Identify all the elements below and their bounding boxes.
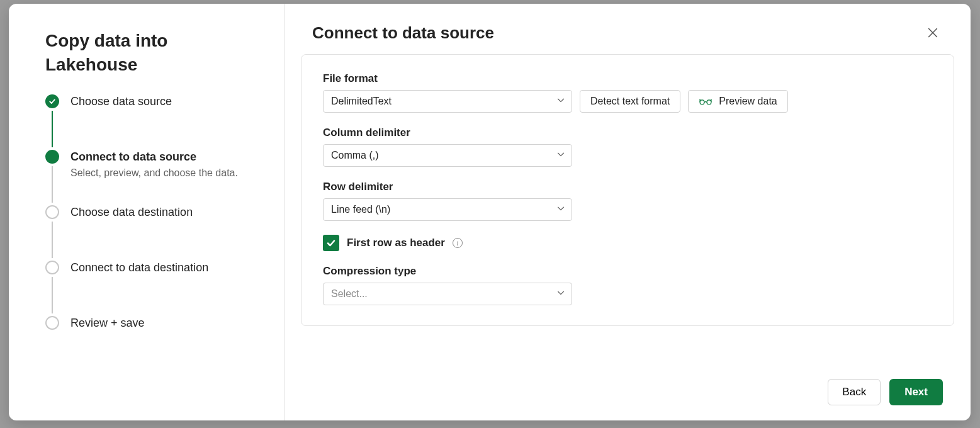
wizard-steps: Choose data source Connect to data sourc…: [45, 94, 259, 330]
first-row-header-label: First row as header: [347, 237, 445, 249]
wizard-main: Connect to data source File format Delim…: [284, 4, 971, 420]
detect-text-format-button[interactable]: Detect text format: [580, 90, 680, 113]
wizard-sidebar: Copy data into Lakehouse Choose data sou…: [9, 4, 284, 420]
step-label: Choose data source: [70, 94, 172, 108]
step-label: Review + save: [70, 316, 145, 330]
column-delimiter-label: Column delimiter: [323, 127, 932, 139]
step-sublabel: Select, preview, and choose the data.: [70, 167, 238, 179]
page-title: Connect to data source: [312, 23, 494, 43]
step-label: Connect to data source: [70, 150, 238, 164]
back-button[interactable]: Back: [828, 379, 881, 405]
step-bullet-upcoming-icon: [45, 261, 59, 274]
compression-type-label: Compression type: [323, 265, 932, 278]
wizard-title: Copy data into Lakehouse: [45, 29, 259, 77]
row-delimiter-select[interactable]: Line feed (\n): [323, 198, 572, 221]
row-delimiter-label: Row delimiter: [323, 181, 932, 193]
preview-data-button[interactable]: Preview data: [688, 90, 788, 113]
svg-point-0: [700, 100, 704, 104]
wizard-dialog: Copy data into Lakehouse Choose data sou…: [9, 4, 971, 420]
step-connector: [52, 166, 53, 203]
glasses-icon: [699, 96, 712, 106]
info-icon[interactable]: i: [453, 238, 463, 248]
step-choose-data-destination[interactable]: Choose data destination: [45, 205, 259, 261]
step-connector: [52, 222, 53, 258]
chevron-down-icon: [556, 96, 565, 107]
column-delimiter-select[interactable]: Comma (,): [323, 144, 572, 167]
file-format-select[interactable]: DelimitedText: [323, 90, 572, 113]
close-button[interactable]: [923, 23, 943, 43]
svg-point-1: [707, 100, 711, 104]
compression-type-select[interactable]: Select...: [323, 283, 572, 305]
checkmark-icon: [45, 94, 59, 108]
checkmark-icon: [326, 238, 336, 248]
step-connect-data-destination[interactable]: Connect to data destination: [45, 261, 259, 316]
next-button[interactable]: Next: [889, 379, 943, 405]
step-review-save[interactable]: Review + save: [45, 316, 259, 330]
step-connector: [52, 277, 53, 313]
step-bullet-current-icon: [45, 150, 59, 164]
chevron-down-icon: [556, 150, 565, 161]
wizard-footer: Back Next: [284, 366, 971, 420]
file-format-label: File format: [323, 72, 932, 85]
compression-type-placeholder: Select...: [331, 288, 368, 300]
step-bullet-upcoming-icon: [45, 316, 59, 330]
first-row-header-checkbox[interactable]: [323, 235, 339, 251]
close-icon: [926, 26, 940, 40]
step-connect-data-source[interactable]: Connect to data source Select, preview, …: [45, 150, 259, 205]
step-choose-data-source[interactable]: Choose data source: [45, 94, 259, 150]
step-bullet-upcoming-icon: [45, 205, 59, 219]
chevron-down-icon: [556, 288, 565, 300]
main-header: Connect to data source: [284, 4, 971, 54]
column-delimiter-value: Comma (,): [331, 150, 379, 161]
row-delimiter-value: Line feed (\n): [331, 204, 390, 215]
form-panel[interactable]: File format DelimitedText Detect text fo…: [301, 54, 954, 326]
step-connector: [52, 111, 53, 147]
file-format-value: DelimitedText: [331, 96, 391, 107]
chevron-down-icon: [556, 204, 565, 215]
step-label: Connect to data destination: [70, 261, 208, 274]
step-label: Choose data destination: [70, 205, 193, 219]
